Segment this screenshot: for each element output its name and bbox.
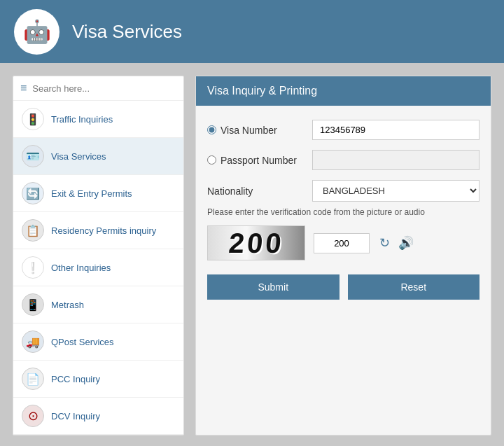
nationality-select[interactable]: BANGLADESH INDIA PAKISTAN SRI LANKA NEPA… <box>312 180 479 202</box>
other-icon: ❕ <box>22 256 44 279</box>
visa-icon: 🪪 <box>22 145 44 167</box>
sidebar-label-qpost: QPost Services <box>51 337 114 347</box>
nationality-label: Nationality <box>207 186 305 197</box>
traffic-icon: 🚦 <box>22 108 44 130</box>
sidebar-item-traffic[interactable]: 🚦 Traffic Inquiries <box>13 101 183 138</box>
passport-number-row: Passport Number <box>207 150 479 170</box>
sidebar-item-pcc[interactable]: 📄 PCC Inquiry <box>13 361 183 398</box>
nationality-row: Nationality BANGLADESH INDIA PAKISTAN SR… <box>207 180 479 202</box>
logo-icon: 🤖 <box>23 18 51 45</box>
sidebar-item-other[interactable]: ❕ Other Inquiries <box>13 249 183 286</box>
content-body: Visa Number Passport Number Nationality … <box>196 106 491 314</box>
sidebar: ≡ 🚦 Traffic Inquiries 🪪 Visa Services 🔄 … <box>13 76 184 435</box>
sidebar-label-dcv: DCV Inquiry <box>51 411 100 421</box>
sidebar-label-pcc: PCC Inquiry <box>51 374 100 384</box>
captcha-image: 200 <box>207 225 305 260</box>
sidebar-item-metrash[interactable]: 📱 Metrash <box>13 286 183 323</box>
reset-button[interactable]: Reset <box>348 274 480 300</box>
submit-button[interactable]: Submit <box>207 274 340 300</box>
dcv-icon: ⊙ <box>22 405 44 427</box>
sidebar-item-dcv[interactable]: ⊙ DCV Inquiry <box>13 398 183 435</box>
passport-number-input[interactable] <box>312 150 479 170</box>
sidebar-label-other: Other Inquiries <box>51 263 111 273</box>
main-container: ≡ 🚦 Traffic Inquiries 🪪 Visa Services 🔄 … <box>0 63 504 446</box>
sidebar-label-residency: Residency Permits inquiry <box>51 225 156 236</box>
sidebar-item-exit[interactable]: 🔄 Exit & Entry Permits <box>13 175 183 212</box>
panel-title: Visa Inquiry & Printing <box>196 76 491 106</box>
captcha-controls: ↻ 🔊 <box>378 234 415 252</box>
visa-number-row: Visa Number <box>207 120 479 140</box>
refresh-captcha-button[interactable]: ↻ <box>378 234 391 252</box>
app-logo: 🤖 <box>14 9 59 55</box>
sidebar-item-residency[interactable]: 📋 Residency Permits inquiry <box>13 212 183 249</box>
visa-number-radio-label[interactable]: Visa Number <box>207 125 305 136</box>
app-header: 🤖 Visa Services <box>0 0 504 63</box>
search-input[interactable] <box>32 83 176 94</box>
pcc-icon: 📄 <box>22 368 44 390</box>
passport-number-radio[interactable] <box>207 155 216 165</box>
visa-number-radio[interactable] <box>207 125 216 134</box>
sidebar-label-metrash: Metrash <box>51 300 84 310</box>
captcha-input[interactable] <box>314 233 370 253</box>
metrash-icon: 📱 <box>22 293 44 316</box>
sidebar-label-traffic: Traffic Inquiries <box>51 114 113 125</box>
hamburger-icon[interactable]: ≡ <box>20 82 27 95</box>
sidebar-item-qpost[interactable]: 🚚 QPost Services <box>13 323 183 361</box>
sidebar-item-visa[interactable]: 🪪 Visa Services <box>13 138 183 175</box>
sidebar-search-bar[interactable]: ≡ <box>13 76 183 101</box>
captcha-row: 200 ↻ 🔊 <box>207 225 479 260</box>
audio-captcha-button[interactable]: 🔊 <box>397 234 415 252</box>
residency-icon: 📋 <box>22 219 44 242</box>
content-area: Visa Inquiry & Printing Visa Number Pass… <box>195 76 491 435</box>
qpost-icon: 🚚 <box>22 330 44 353</box>
passport-number-radio-label[interactable]: Passport Number <box>207 155 305 166</box>
sidebar-label-visa: Visa Services <box>51 151 106 162</box>
visa-number-input[interactable] <box>312 120 479 140</box>
exit-icon: 🔄 <box>22 182 44 204</box>
app-title: Visa Services <box>72 21 182 43</box>
sidebar-label-exit: Exit & Entry Permits <box>51 188 132 199</box>
verification-instruction: Please enter the verification code from … <box>207 207 479 217</box>
form-buttons: Submit Reset <box>207 274 479 300</box>
